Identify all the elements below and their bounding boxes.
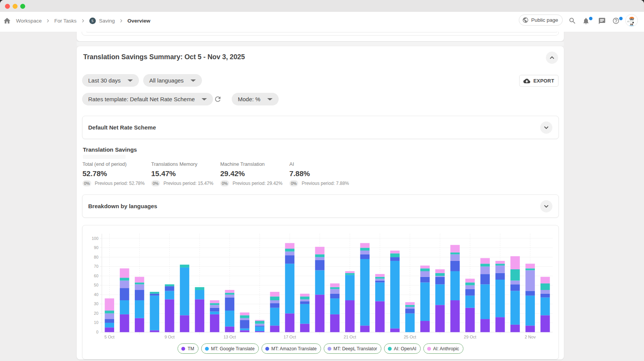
svg-text:30: 30 — [94, 301, 98, 306]
svg-text:9 Oct: 9 Oct — [165, 335, 174, 339]
svg-text:50: 50 — [94, 283, 98, 287]
svg-text:21 Oct: 21 Oct — [344, 335, 356, 339]
svg-text:80: 80 — [94, 255, 98, 259]
svg-text:20: 20 — [94, 311, 98, 316]
svg-text:13 Oct: 13 Oct — [223, 335, 236, 339]
svg-text:17 Oct: 17 Oct — [284, 335, 296, 339]
svg-text:29 Oct: 29 Oct — [464, 335, 476, 339]
svg-text:70: 70 — [94, 264, 98, 269]
svg-text:2 Nov: 2 Nov — [525, 335, 536, 339]
svg-text:100: 100 — [92, 236, 98, 241]
svg-text:90: 90 — [94, 245, 98, 250]
svg-text:5 Oct: 5 Oct — [105, 335, 115, 339]
svg-text:40: 40 — [94, 292, 98, 297]
svg-text:10: 10 — [94, 320, 98, 325]
svg-text:60: 60 — [94, 274, 98, 278]
svg-text:25 Oct: 25 Oct — [404, 335, 416, 339]
svg-text:0: 0 — [96, 330, 98, 334]
